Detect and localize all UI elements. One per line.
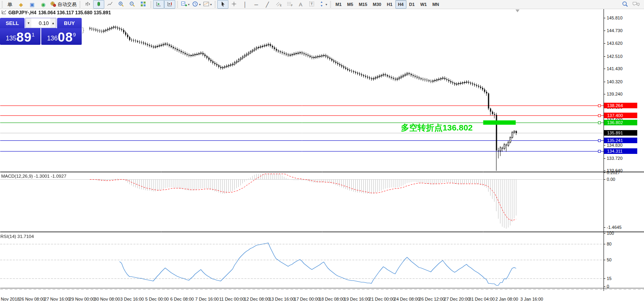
sell-price-pip: 1 (32, 29, 34, 41)
auto-scroll-button[interactable] (153, 0, 164, 9)
buy-button[interactable]: BUY (57, 18, 82, 28)
vertical-line-icon: │ (243, 2, 247, 7)
current-price-badge[interactable]: 135.891 (604, 130, 637, 136)
volume-decrease-icon[interactable]: ▼ (26, 18, 31, 28)
svg-text:E: E (280, 4, 282, 7)
text-label-button[interactable]: T (306, 0, 317, 9)
volume-increase-icon[interactable]: ▲ (50, 18, 56, 28)
terminal-button[interactable]: ▣ (27, 0, 38, 9)
sell-price-main: 89 (16, 31, 32, 44)
zoom-in-icon (118, 1, 124, 8)
volume-value[interactable]: 0.10 (31, 20, 50, 26)
tile-windows-icon (140, 1, 146, 8)
toolbar-grip[interactable] (215, 1, 216, 8)
timeframe-button-m1[interactable]: M1 (333, 0, 344, 9)
buy-price-display[interactable]: 136 08 9 (41, 28, 82, 45)
svg-text:T: T (310, 2, 313, 6)
search-button[interactable] (619, 0, 631, 9)
fibonacci-icon: F (286, 1, 293, 8)
timeframe-button-m5[interactable]: M5 (344, 0, 356, 9)
fibonacci-button[interactable]: F (284, 0, 295, 9)
crosshair-button[interactable] (228, 0, 240, 9)
sell-price-prefix: 135 (6, 33, 17, 44)
crosshair-icon (231, 1, 237, 8)
horizontal-line-button[interactable]: ─ (251, 0, 262, 9)
line-price-badge[interactable]: 138.264 (604, 103, 637, 108)
bar-chart-button[interactable] (82, 0, 93, 9)
volume-stepper[interactable]: ▼ 0.10 ▲ (25, 18, 56, 28)
metaeditor-button[interactable]: ◆ (15, 0, 27, 9)
candlestick-chart-button[interactable] (93, 0, 104, 9)
auto-scroll-icon (155, 1, 162, 8)
chart-ohlc-values: 136.064 136.117 135.680 135.891 (38, 10, 111, 15)
periods-button-dropdown-icon[interactable]: ▾ (199, 3, 201, 6)
sell-price-display[interactable]: 135 89 1 (0, 28, 40, 45)
main-toolbar: 单◆▣◉自动交易▾▾▾│─╱EFAT▾M1M5M15M30H1H4D1W1MN (0, 0, 644, 9)
equidistant-channel-button[interactable]: E (273, 0, 284, 9)
chat-button[interactable] (631, 0, 642, 9)
bar-chart-icon (84, 1, 91, 8)
cursor-button[interactable] (217, 0, 228, 9)
timeframe-button-h4[interactable]: H4 (395, 0, 406, 9)
new-chart-button-dropdown-icon[interactable]: ▾ (188, 3, 190, 6)
new-order-partial-icon: 单 (8, 2, 13, 7)
arrows-button-dropdown-icon[interactable]: ▾ (326, 3, 327, 6)
chart-shift-icon (167, 1, 173, 8)
line-price-badge[interactable]: 134.311 (604, 148, 637, 154)
text-button[interactable]: A (295, 0, 306, 9)
periods-icon (192, 1, 198, 8)
toolbar-right-icons (619, 0, 642, 9)
line-price-badge[interactable]: 137.400 (604, 113, 637, 118)
timeframe-button-m15[interactable]: M15 (356, 0, 370, 9)
timeframe-button-h1[interactable]: H1 (384, 0, 395, 9)
tile-windows-button[interactable] (138, 0, 149, 9)
timeframe-button-m30[interactable]: M30 (370, 0, 384, 9)
new-order-partial-button[interactable]: 单 (4, 0, 15, 9)
mt4-window: 单◆▣◉自动交易▾▾▾│─╱EFAT▾M1M5M15M30H1H4D1W1MN … (0, 0, 644, 305)
line-price-badge[interactable]: 135.241 (604, 138, 637, 143)
buy-price-pip: 9 (73, 29, 76, 41)
trendline-button[interactable]: ╱ (262, 0, 273, 9)
arrows-button[interactable]: ▾ (317, 0, 328, 9)
chart-shift-marker-icon[interactable] (516, 10, 519, 12)
sell-button[interactable]: SELL (0, 18, 25, 28)
line-chart-button[interactable] (104, 0, 115, 9)
autotrading-button[interactable]: 自动交易 (49, 0, 78, 9)
text-label-icon: T (309, 1, 315, 8)
templates-button[interactable]: ▾ (202, 0, 213, 9)
toolbar-grip[interactable] (150, 1, 151, 8)
trade-panel-collapse-handle[interactable]: } (82, 27, 84, 34)
svg-text:F: F (291, 4, 293, 7)
chart-shift-button[interactable] (164, 0, 175, 9)
new-chart-button[interactable]: ▾ (180, 0, 191, 9)
timeframe-button-mn[interactable]: MN (429, 0, 442, 9)
toolbar-grip[interactable] (330, 1, 331, 8)
signals-icon: ◉ (41, 2, 45, 7)
timeframe-button-d1[interactable]: D1 (406, 0, 418, 9)
zoom-in-button[interactable] (115, 0, 126, 9)
chart-canvas[interactable] (0, 0, 644, 305)
toolbar-grip[interactable] (79, 1, 80, 8)
new-chart-icon (181, 1, 187, 8)
vertical-line-button[interactable]: │ (240, 0, 251, 9)
signals-button[interactable]: ◉ (38, 0, 49, 9)
autotrading-button-label: 自动交易 (58, 1, 77, 8)
trendline-icon: ╱ (266, 2, 269, 7)
chat-icon (632, 1, 640, 8)
turning-point-annotation: 多空转折点136.802 (401, 122, 473, 133)
buy-price-prefix: 136 (47, 33, 58, 44)
toolbar-grip[interactable] (177, 1, 178, 8)
macd-indicator-label: MACD(12,26,9) -1.3001 -1.0927 (1, 174, 66, 178)
timeframe-button-w1[interactable]: W1 (418, 0, 430, 9)
templates-button-dropdown-icon[interactable]: ▾ (210, 3, 212, 6)
rsi-indicator-label: RSI(14) 31.7104 (0, 234, 34, 239)
arrows-icon (318, 1, 325, 8)
cursor-icon (220, 1, 226, 8)
zoom-out-button[interactable] (126, 0, 138, 9)
zoom-out-icon (129, 1, 135, 8)
periods-button[interactable]: ▾ (191, 0, 202, 9)
autotrading-icon (50, 1, 56, 8)
toolbar-grip[interactable] (2, 1, 3, 8)
line-price-badge[interactable]: 136.802 (604, 120, 637, 125)
chart-symbol-period: GBPJPY-,H4 (8, 10, 36, 15)
